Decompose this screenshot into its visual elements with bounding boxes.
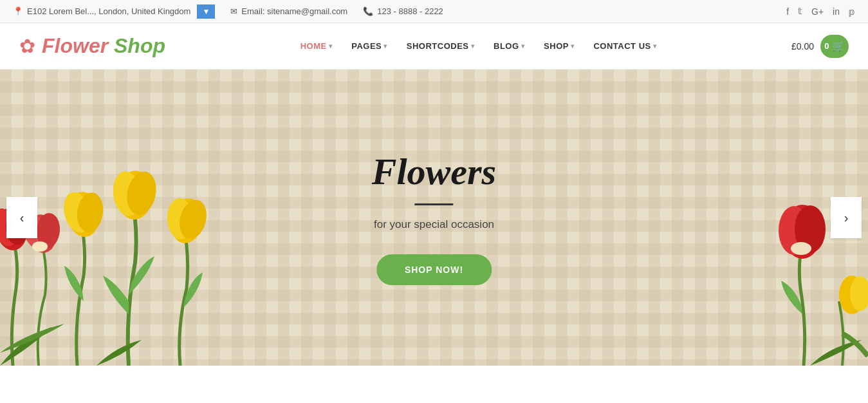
nav-pages[interactable]: PAGES ▾ — [344, 36, 395, 56]
top-bar: 📍 E102 Lorem Bel..., London, United King… — [0, 0, 868, 23]
phone-icon: 📞 — [363, 6, 373, 16]
nav-shortcodes-chevron: ▾ — [471, 42, 475, 50]
hero-section: Flowers for your special occasion SHOP N… — [0, 70, 868, 366]
hero-title: Flowers — [372, 150, 496, 193]
hero-subtitle: for your special occasion — [372, 218, 496, 231]
main-nav: HOME ▾ PAGES ▾ SHORTCODES ▾ BLOG ▾ SHOP … — [293, 36, 664, 56]
linkedin-icon[interactable]: in — [833, 6, 840, 17]
svg-point-19 — [791, 242, 811, 255]
nav-pages-chevron: ▾ — [383, 42, 387, 50]
nav-home[interactable]: HOME ▾ — [293, 36, 340, 56]
nav-shop[interactable]: SHOP ▾ — [536, 36, 582, 56]
top-bar-right: f 𝕥 G+ in 𝕡 — [786, 6, 855, 17]
nav-blog-chevron: ▾ — [521, 42, 525, 50]
next-arrow-icon: › — [844, 211, 849, 225]
slider-next-button[interactable]: › — [831, 197, 862, 238]
nav-shop-label: SHOP — [544, 41, 569, 51]
hero-divider — [415, 203, 454, 205]
phone-text: 123 - 8888 - 2222 — [377, 6, 443, 16]
twitter-icon[interactable]: 𝕥 — [798, 6, 802, 17]
logo-flower-icon: ✿ — [19, 35, 35, 57]
nav-shortcodes-label: SHORTCODES — [407, 41, 469, 51]
cart-icon: 🛒 — [832, 40, 845, 52]
pinterest-icon[interactable]: 𝕡 — [849, 6, 855, 17]
nav-home-chevron: ▾ — [329, 42, 333, 50]
header-right: £0.00 0 🛒 — [791, 35, 849, 58]
facebook-icon[interactable]: f — [786, 6, 789, 17]
nav-shortcodes[interactable]: SHORTCODES ▾ — [399, 36, 482, 56]
cart-count: 0 — [824, 41, 829, 51]
address-dropdown-button[interactable]: ▼ — [197, 5, 215, 19]
shop-now-button[interactable]: SHOP NOW! — [376, 254, 492, 285]
svg-point-3 — [32, 241, 48, 252]
cart-button[interactable]: 0 🛒 — [820, 35, 849, 58]
nav-contact-label: CONTACT US — [593, 41, 651, 51]
logo[interactable]: ✿ Flower Shop — [19, 34, 165, 58]
nav-pages-label: PAGES — [351, 41, 382, 51]
prev-arrow-icon: ‹ — [20, 211, 24, 225]
slider-prev-button[interactable]: ‹ — [6, 197, 37, 238]
nav-blog[interactable]: BLOG ▾ — [486, 36, 532, 56]
email-icon: ✉ — [230, 6, 237, 16]
nav-blog-label: BLOG — [494, 41, 519, 51]
logo-flower-word: Flower — [42, 34, 114, 57]
hero-content: Flowers for your special occasion SHOP N… — [372, 150, 496, 285]
logo-shop-word: Shop — [114, 34, 165, 57]
nav-contact-us[interactable]: CONTACT US ▾ — [586, 36, 664, 56]
email-item: ✉ Email: sitename@gmail.com — [230, 6, 347, 16]
nav-shop-chevron: ▾ — [571, 42, 575, 50]
email-text: Email: sitename@gmail.com — [241, 6, 347, 16]
nav-home-label: HOME — [300, 41, 327, 51]
address-item: 📍 E102 Lorem Bel..., London, United King… — [13, 5, 215, 19]
top-bar-left: 📍 E102 Lorem Bel..., London, United King… — [13, 5, 443, 19]
tulips-left-svg — [0, 70, 270, 366]
phone-item: 📞 123 - 8888 - 2222 — [363, 6, 443, 16]
location-icon: 📍 — [13, 6, 23, 16]
nav-contact-chevron: ▾ — [653, 42, 657, 50]
address-text: E102 Lorem Bel..., London, United Kingdo… — [27, 6, 190, 16]
googleplus-icon[interactable]: G+ — [811, 6, 824, 17]
logo-text: Flower Shop — [42, 34, 165, 58]
cart-price: £0.00 — [791, 41, 814, 52]
flowers-left — [0, 70, 270, 366]
header: ✿ Flower Shop HOME ▾ PAGES ▾ SHORTCODES … — [0, 23, 868, 70]
